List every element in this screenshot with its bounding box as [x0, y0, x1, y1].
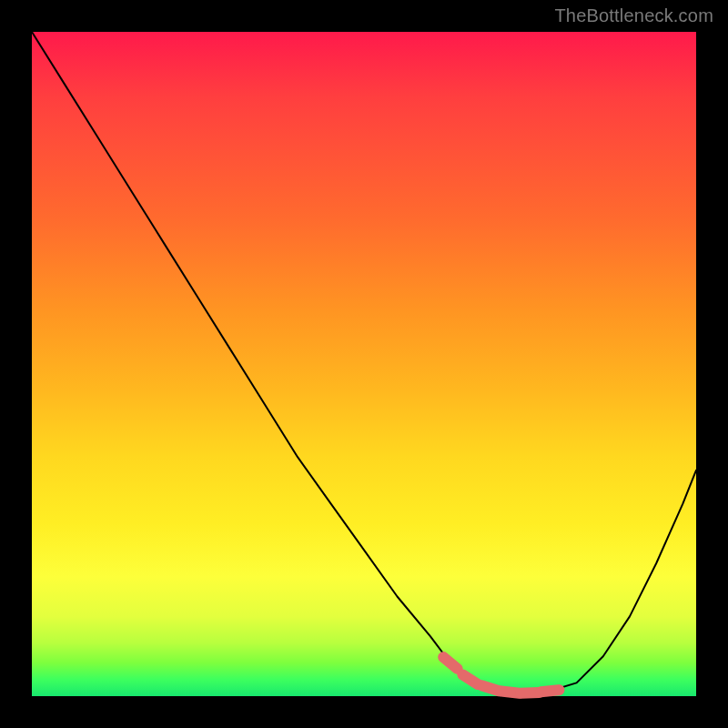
plot-area: [32, 32, 696, 696]
optimal-range-markers: [443, 657, 559, 693]
optimal-marker: [443, 657, 457, 669]
chart-frame: TheBottleneck.com: [0, 0, 728, 728]
curve-svg: [32, 32, 696, 696]
optimal-marker: [541, 690, 559, 692]
watermark-label: TheBottleneck.com: [554, 5, 713, 26]
optimal-marker: [462, 674, 478, 684]
bottleneck-curve: [32, 32, 696, 693]
